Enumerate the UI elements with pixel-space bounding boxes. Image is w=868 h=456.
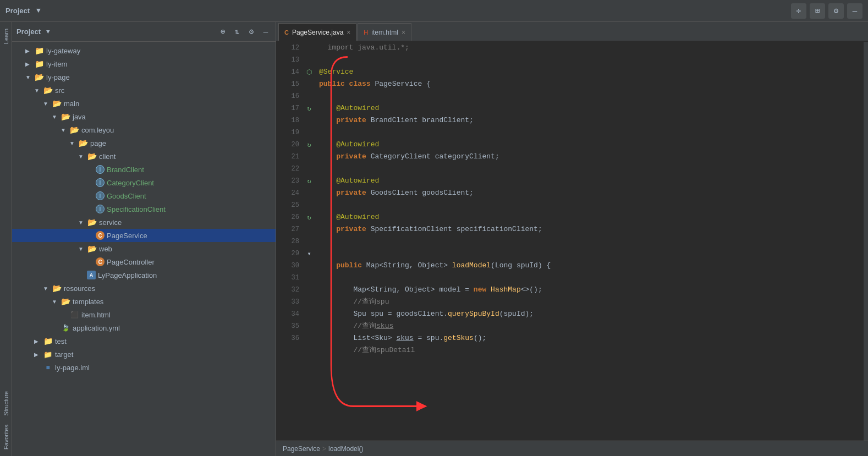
tree-item-BrandClient[interactable]: I BrandClient (12, 163, 276, 176)
sidebar-settings-btn[interactable]: ⚙ (246, 26, 257, 37)
code-line-34: Spu spu = goodsClient.querySpuById(spuId… (319, 308, 859, 320)
label-web: web (99, 245, 112, 253)
interface-icon-SpecificationClient: I (96, 205, 105, 213)
tree-item-ly-item[interactable]: 📁 ly-item (12, 57, 276, 70)
code-line-14: @Service (319, 66, 859, 78)
code-text-12: import java.util.*; (319, 42, 409, 54)
code-line-25 (319, 199, 859, 211)
label-resources: resources (64, 284, 95, 293)
arrow-ly-page (25, 74, 34, 80)
tree-item-main[interactable]: 📂 main (12, 97, 276, 110)
tree-item-target[interactable]: 📁 target (12, 348, 276, 361)
gutter-33 (304, 296, 315, 308)
tree-item-templates[interactable]: 📂 templates (12, 295, 276, 308)
sidebar-target-btn[interactable]: ⊕ (217, 26, 228, 37)
favorites-tab[interactable]: Favorites (2, 420, 10, 454)
code-line-28 (319, 235, 859, 248)
add-btn[interactable]: ✛ (791, 3, 806, 19)
tree-item-com-leyou[interactable]: 📂 com.leyou (12, 123, 276, 136)
label-ly-page-iml: ly-page.iml (55, 364, 90, 372)
arrow-main (43, 101, 52, 107)
minimize-btn[interactable]: — (847, 3, 862, 19)
gutter-21 (304, 151, 315, 163)
tree-item-SpecificationClient[interactable]: I SpecificationClient (12, 202, 276, 216)
code-line-17: @Autowired (319, 102, 859, 114)
layout-btn[interactable]: ⊞ (810, 3, 825, 19)
label-GoodsClient: GoodsClient (107, 192, 146, 200)
tab-PageService-java[interactable]: C PageService.java × (278, 23, 356, 41)
label-BrandClient: BrandClient (107, 166, 144, 174)
indent-17 (319, 102, 336, 114)
label-templates: templates (73, 298, 103, 306)
label-page: page (90, 139, 106, 147)
tree-item-application-yml[interactable]: 🍃 application.yml (12, 321, 276, 334)
tree-item-client[interactable]: 📂 client (12, 150, 276, 163)
folder-icon-page: 📂 (78, 139, 88, 147)
code-line-37: //查询spuDetail (319, 344, 859, 356)
tab-close-item-html[interactable]: × (402, 29, 405, 36)
project-sidebar: Project ▼ ⊕ ⇅ ⚙ — 📁 ly-gateway (12, 22, 276, 456)
code-line-22 (319, 163, 859, 175)
tree-item-ly-gateway[interactable]: 📁 ly-gateway (12, 44, 276, 57)
code-line-20: @Autowired (319, 139, 859, 151)
gutter-24 (304, 187, 315, 199)
tree-item-CategoryClient[interactable]: I CategoryClient (12, 176, 276, 189)
kw-public-15: public (319, 78, 349, 90)
scrollbar[interactable] (864, 42, 868, 441)
breadcrumb-loadModel: loadModel() (328, 445, 363, 453)
gutter-27 (304, 223, 315, 235)
folder-icon-ly-gateway: 📁 (34, 47, 44, 54)
code-content[interactable]: import java.util.*; @Service public clas… (315, 42, 864, 441)
tree-item-ly-page-iml[interactable]: ■ ly-page.iml (12, 361, 276, 374)
settings-btn[interactable]: ⚙ (828, 3, 844, 19)
gutter-18 (304, 114, 315, 127)
tree-item-web[interactable]: 📂 web (12, 242, 276, 255)
breadcrumb-sep: > (322, 445, 326, 453)
arrow-java (52, 114, 61, 120)
tab-html-icon: H (364, 29, 368, 36)
gutter-22 (304, 163, 315, 175)
label-PageController: PageController (107, 258, 155, 266)
code-line-36: List<Sku> skus = spu.getSkus(); (319, 332, 859, 344)
label-ly-page: ly-page (46, 73, 70, 81)
tab-close-PageService[interactable]: × (347, 29, 350, 36)
tree-item-src[interactable]: 📂 src (12, 84, 276, 97)
tree-item-ly-page[interactable]: 📂 ly-page (12, 70, 276, 84)
tree-item-test[interactable]: 📁 test (12, 334, 276, 348)
tree-item-PageService[interactable]: C PageService (12, 229, 276, 242)
gutter-15 (304, 78, 315, 90)
tree-item-item-html[interactable]: ⬛ item.html (12, 308, 276, 321)
label-test: test (55, 337, 67, 345)
label-SpecificationClient: SpecificationClient (107, 205, 166, 213)
gutter-28 (304, 235, 315, 248)
toolbar-title: Project (6, 7, 30, 15)
tree-item-PageController[interactable]: C PageController (12, 255, 276, 268)
code-annotation-14: @Service (319, 66, 353, 78)
tree-item-resources[interactable]: 📂 resources (12, 282, 276, 295)
arrow-web (78, 246, 87, 252)
folder-icon-templates: 📂 (61, 298, 70, 305)
tree-item-LyPageApplication[interactable]: A LyPageApplication (12, 268, 276, 282)
tree-item-GoodsClient[interactable]: I GoodsClient (12, 189, 276, 202)
code-editor[interactable]: 12 13 14 15 16 17 18 19 20 21 22 23 24 2… (276, 42, 868, 441)
structure-tab[interactable]: Structure (2, 387, 10, 420)
sidebar-collapse-btn[interactable]: ⇅ (232, 26, 243, 37)
code-line-24: private GoodsClient goodsClient; (319, 187, 859, 199)
gutter-14: ⬡ (304, 66, 315, 78)
tree-item-service[interactable]: 📂 service (12, 216, 276, 229)
breadcrumb-bar: PageService > loadModel() (276, 441, 868, 456)
class-icon-PageService: C (96, 231, 105, 240)
sidebar-minimize-btn[interactable]: — (260, 26, 271, 37)
gutter-29: ▾ (304, 248, 315, 260)
code-line-19 (319, 127, 859, 139)
label-PageService: PageService (107, 232, 147, 240)
label-target: target (55, 350, 73, 359)
learn-tab[interactable]: Learn (2, 24, 10, 48)
code-line-32: Map<String, Object> model = new HashMap<… (319, 284, 859, 296)
tree-item-java[interactable]: 📂 java (12, 110, 276, 123)
tree-item-page[interactable]: 📂 page (12, 136, 276, 150)
sidebar-title: Project (17, 28, 41, 36)
label-com-leyou: com.leyou (81, 126, 114, 134)
tab-item-html[interactable]: H item.html × (358, 23, 411, 41)
gutter-13 (304, 54, 315, 66)
